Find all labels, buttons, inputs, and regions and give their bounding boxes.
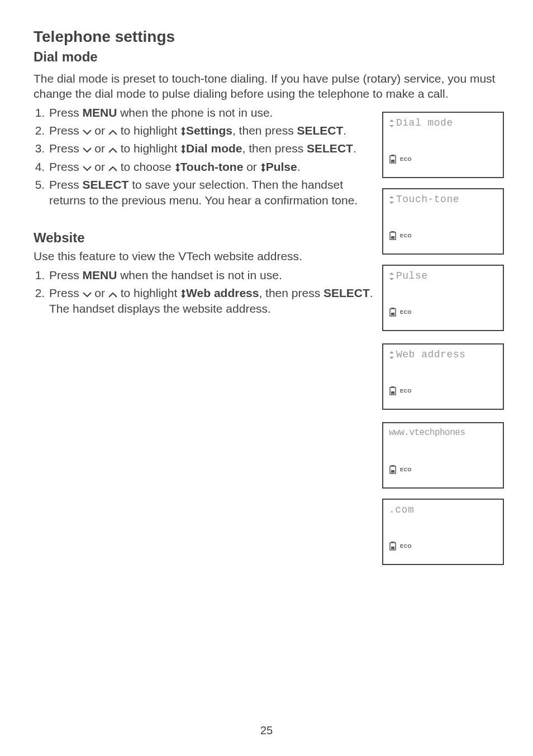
battery-icon (389, 308, 397, 317)
eco-label: ECO (400, 543, 412, 549)
battery-icon (389, 542, 397, 551)
svg-rect-8 (391, 313, 394, 315)
chevron-up-icon (108, 130, 117, 135)
battery-icon (389, 386, 397, 395)
section-title-dial-mode: Dial mode (34, 49, 499, 65)
updown-arrow-icon (389, 119, 394, 127)
lcd-screen-web-address: Web address ECO (382, 343, 504, 410)
lcd-text: Web address (396, 349, 465, 360)
list-item: Press or to highlight Settings, then pre… (48, 123, 372, 138)
lcd-screen-dial-mode: Dial mode ECO (382, 112, 504, 178)
eco-label: ECO (400, 309, 412, 315)
page-number: 25 (0, 724, 533, 737)
lcd-text: www.vtechphones (389, 428, 465, 438)
lcd-text: Touch-tone (396, 194, 459, 205)
website-intro: Use this feature to view the VTech websi… (34, 249, 372, 264)
svg-rect-11 (391, 391, 394, 394)
svg-rect-14 (391, 470, 394, 473)
eco-label: ECO (400, 467, 412, 472)
lcd-text: Dial mode (396, 117, 453, 128)
lcd-text: Pulse (396, 270, 428, 281)
battery-icon (389, 465, 397, 474)
list-item: Press or to highlight Dial mode, then pr… (48, 141, 372, 156)
battery-icon (389, 231, 397, 240)
list-item: Press or to choose Touch-tone or Pulse. (48, 159, 372, 175)
updown-icon (260, 160, 266, 169)
list-item: Press MENU when the handset is not in us… (48, 267, 386, 283)
lcd-text: .com (389, 504, 414, 515)
list-item: Press MENU when the phone is not in use. (48, 105, 372, 121)
chevron-up-icon (108, 166, 117, 171)
svg-rect-2 (391, 160, 394, 162)
lcd-screens-column: Dial mode ECO Touch-tone ECO Pulse (382, 112, 504, 575)
updown-arrow-icon (389, 351, 394, 358)
chevron-down-icon (83, 292, 92, 298)
intro-paragraph: The dial mode is preset to touch-tone di… (34, 71, 499, 102)
battery-icon (389, 155, 397, 164)
list-item: Press SELECT to save your selection. The… (48, 177, 372, 209)
updown-arrow-icon (389, 272, 394, 280)
chevron-down-icon (83, 166, 92, 171)
lcd-screen-url-2: .com ECO (382, 499, 504, 565)
svg-rect-5 (391, 236, 394, 239)
page-title: Telephone settings (34, 28, 499, 46)
list-item: Press or to highlight Web address, then … (48, 285, 386, 317)
svg-rect-17 (391, 547, 394, 549)
lcd-screen-url-1: www.vtechphones ECO (382, 422, 504, 489)
website-steps: Press MENU when the handset is not in us… (34, 267, 386, 317)
chevron-down-icon (83, 147, 92, 153)
eco-label: ECO (400, 233, 412, 238)
updown-icon (180, 142, 186, 151)
dial-mode-steps: Press MENU when the phone is not in use.… (34, 105, 372, 209)
lcd-screen-pulse: Pulse ECO (382, 265, 504, 331)
eco-label: ECO (400, 388, 412, 394)
chevron-up-icon (108, 292, 117, 298)
updown-icon (175, 160, 180, 169)
updown-icon (180, 124, 186, 133)
chevron-up-icon (108, 147, 117, 153)
lcd-screen-touch-tone: Touch-tone ECO (382, 188, 504, 255)
updown-icon (180, 286, 186, 295)
chevron-down-icon (83, 130, 92, 135)
eco-label: ECO (400, 156, 412, 162)
updown-arrow-icon (389, 195, 394, 203)
